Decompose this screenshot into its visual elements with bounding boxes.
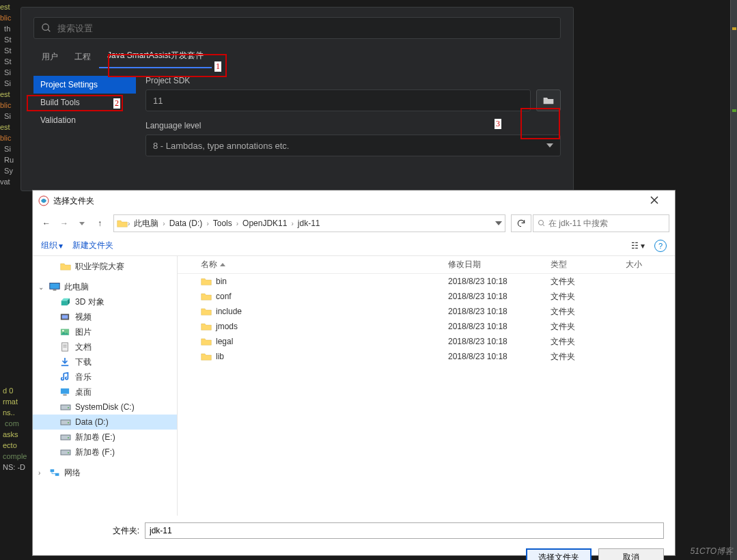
tree-quick-item[interactable]: 职业学院大赛 [33,259,177,274]
folder-icon [117,219,128,228]
tree-item[interactable]: 桌面 [33,384,177,400]
file-name: legal [216,337,233,346]
crumb-openjdk[interactable]: OpenJDK11 [238,219,291,228]
language-level-dropdown[interactable]: 8 - Lambdas, type annotations etc. [145,135,561,156]
crumb-drive[interactable]: Data (D:) [165,219,207,228]
folder-icon [201,337,212,346]
tree-item[interactable]: 视频 [33,309,177,324]
tree-item[interactable]: 图片 [33,324,177,339]
tree-item[interactable]: Data (D:) [33,415,177,430]
folder-icon [543,96,554,104]
svg-point-0 [42,24,48,30]
close-button[interactable] [639,195,669,206]
tree-this-pc[interactable]: ⌄ 此电脑 [33,279,177,294]
breadcrumb[interactable]: › 此电脑› Data (D:)› Tools› OpenJDK11› jdk-… [113,214,505,232]
cancel-button[interactable]: 取消 [598,548,664,560]
list-item[interactable]: conf2018/8/23 10:18文件夹 [178,289,675,304]
file-type: 文件夹 [545,351,620,363]
help-button[interactable]: ? [654,240,667,252]
sidebar-item-validation[interactable]: Validation [33,111,136,129]
project-sdk-value[interactable]: 11 [145,89,531,111]
folder-name-input[interactable] [145,522,664,539]
nav-forward-button[interactable]: → [56,215,72,232]
svg-line-4 [543,225,545,227]
settings-search-input[interactable] [57,23,553,33]
view-options-button[interactable]: ☷ ▾ [631,241,645,251]
file-name: jmods [216,322,238,331]
svg-rect-6 [53,290,57,291]
file-name: lib [216,352,224,361]
list-item[interactable]: bin2018/8/23 10:18文件夹 [178,274,675,289]
tree-item[interactable]: SystemDisk (C:) [33,400,177,415]
list-item[interactable]: jmods2018/8/23 10:18文件夹 [178,319,675,334]
new-folder-button[interactable]: 新建文件夹 [72,240,113,251]
tab-project[interactable]: 工程 [66,46,99,68]
list-item[interactable]: lib2018/8/23 10:18文件夹 [178,349,675,364]
organize-menu[interactable]: 组织 ▾ [41,240,63,251]
file-type: 文件夹 [545,291,620,303]
app-logo-icon [38,195,49,206]
svg-point-21 [68,422,69,423]
tree-item[interactable]: 新加卷 (F:) [33,445,177,460]
tab-user[interactable]: 用户 [33,46,66,68]
dialog-titlebar: 选择文件夹 [33,191,675,211]
dialog-toolbar: 组织 ▾ 新建文件夹 ☷ ▾ ? [33,236,675,256]
folder-name-label: 文件夹: [44,525,139,537]
tree-item-label: Data (D:) [75,417,109,427]
nav-recent-button[interactable] [74,215,90,232]
file-list[interactable]: 名称 修改日期 类型 大小 bin2018/8/23 10:18文件夹conf2… [178,256,675,516]
folder-icon [201,352,212,361]
crumb-tools[interactable]: Tools [209,219,236,228]
nav-back-button[interactable]: ← [38,215,55,232]
chevron-down-icon[interactable] [495,221,502,225]
crumb-jdk11[interactable]: jdk-11 [294,219,324,228]
file-type: 文件夹 [545,336,620,348]
col-date[interactable]: 修改日期 [443,259,545,270]
tree-item[interactable]: 音乐 [33,369,177,384]
chevron-down-icon [79,222,85,225]
file-type: 文件夹 [545,321,620,333]
folder-icon [60,262,71,271]
annotation-3 [520,108,560,139]
crumb-pc[interactable]: 此电脑 [130,218,163,229]
svg-point-19 [68,407,69,408]
dialog-search-input[interactable] [548,219,665,228]
dialog-search[interactable] [533,214,669,232]
tree-item-label: 视频 [75,311,92,323]
monitor-icon [49,282,60,292]
list-header[interactable]: 名称 修改日期 类型 大小 [178,256,675,274]
tree-network[interactable]: › 网络 [33,465,177,480]
search-icon [538,219,546,227]
col-name[interactable]: 名称 [201,259,217,270]
tree-item[interactable]: 文档 [33,339,177,354]
tree-item-label: 新加卷 (F:) [75,447,115,458]
sidebar-item-project-settings[interactable]: Project Settings [33,76,136,94]
nav-tree[interactable]: 职业学院大赛 ⌄ 此电脑 3D 对象视频图片文档下载音乐桌面SystemDisk… [33,256,178,516]
search-icon [41,23,52,33]
file-type: 文件夹 [545,276,620,288]
list-item[interactable]: include2018/8/23 10:18文件夹 [178,304,675,319]
file-name: include [216,307,242,316]
tree-item[interactable]: 3D 对象 [33,294,177,309]
list-item[interactable]: legal2018/8/23 10:18文件夹 [178,334,675,349]
expand-icon[interactable]: ⌄ [38,283,45,291]
file-type: 文件夹 [545,306,620,318]
select-folder-button[interactable]: 选择文件夹 [526,548,592,560]
dialog-footer: 文件夹: 选择文件夹 取消 [33,516,675,560]
refresh-button[interactable] [511,214,531,232]
tree-item[interactable]: 下载 [33,354,177,369]
svg-rect-7 [61,300,68,305]
col-size[interactable]: 大小 [620,259,675,270]
folder-icon [201,277,212,286]
settings-search[interactable] [33,17,561,39]
col-type[interactable]: 类型 [545,259,620,270]
tree-item-icon [60,402,71,412]
file-date: 2018/8/23 10:18 [443,277,545,286]
tree-item-label: 文档 [75,341,92,353]
tree-item[interactable]: 新加卷 (E:) [33,430,177,445]
svg-rect-24 [61,450,70,455]
nav-up-button[interactable]: ↑ [92,215,108,232]
expand-icon[interactable]: › [38,469,45,477]
annotation-1 [108,54,227,77]
tree-item-label: 音乐 [75,372,92,383]
